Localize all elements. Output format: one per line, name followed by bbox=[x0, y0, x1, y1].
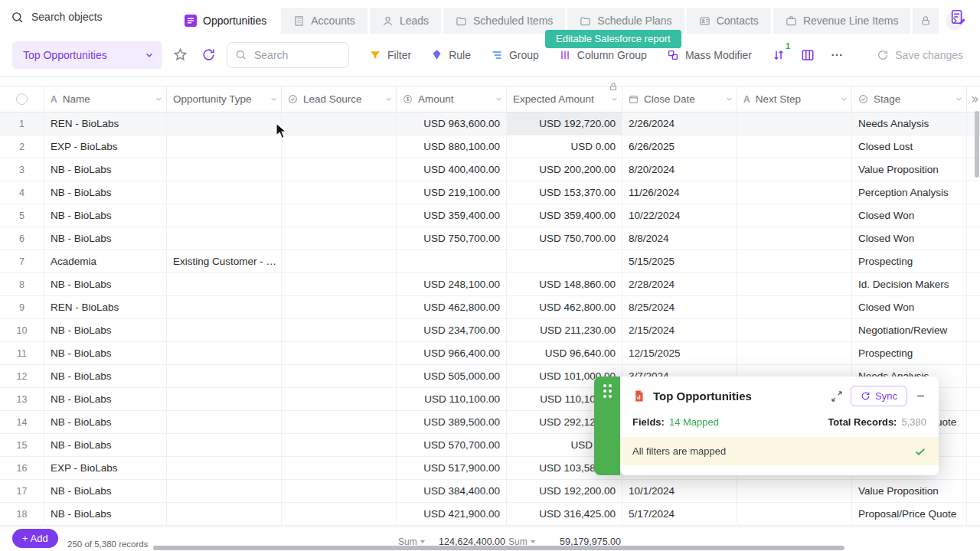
cell-expected-amount[interactable]: USD 316,425.00 bbox=[507, 503, 622, 525]
column-menu-icon[interactable] bbox=[270, 95, 278, 103]
cell-opportunity-type[interactable] bbox=[167, 204, 282, 227]
cell-opportunity-type[interactable] bbox=[167, 273, 282, 295]
cell-close-date[interactable]: 8/8/2024 bbox=[622, 227, 737, 249]
cell-opportunity-type[interactable] bbox=[167, 411, 282, 433]
cell-stage[interactable]: Closed Won bbox=[852, 227, 967, 249]
cell-name[interactable]: EXP - BioLabs bbox=[44, 135, 167, 158]
cell-name[interactable]: NB - BioLabs bbox=[44, 388, 167, 410]
grid-search-input[interactable] bbox=[253, 48, 341, 62]
column-header-opportunity-type[interactable]: Opportunity Type bbox=[167, 86, 282, 112]
cell-close-date[interactable]: 5/15/2025 bbox=[622, 250, 737, 272]
column-header-stage[interactable]: Stage bbox=[852, 86, 967, 112]
column-menu-icon[interactable] bbox=[840, 95, 848, 103]
minimize-panel-button[interactable] bbox=[915, 390, 926, 402]
select-all-header[interactable] bbox=[0, 86, 44, 112]
cell-expected-amount[interactable] bbox=[507, 250, 622, 272]
cell-stage[interactable]: Prospecting bbox=[852, 342, 967, 364]
cell-opportunity-type[interactable] bbox=[167, 112, 282, 135]
cell-next-step[interactable] bbox=[737, 503, 852, 525]
row-number[interactable]: 16 bbox=[0, 457, 44, 479]
cell-amount[interactable]: USD 234,700.00 bbox=[397, 319, 507, 341]
cell-expected-amount[interactable]: USD 148,860.00 bbox=[507, 273, 622, 295]
cell-expected-amount[interactable]: USD 359,400.00 bbox=[507, 204, 622, 227]
cell-stage[interactable]: Value Proposition bbox=[852, 480, 967, 502]
cell-name[interactable]: NB - BioLabs bbox=[44, 273, 167, 295]
cell-amount[interactable]: USD 880,100.00 bbox=[397, 135, 507, 158]
cell-name[interactable]: NB - BioLabs bbox=[44, 181, 167, 204]
cell-amount[interactable]: USD 384,400.00 bbox=[397, 480, 507, 502]
row-number[interactable]: 1 bbox=[0, 112, 44, 135]
cell-opportunity-type[interactable]: Existing Customer - … bbox=[167, 250, 282, 272]
cell-name[interactable]: NB - BioLabs bbox=[44, 411, 167, 433]
cell-close-date[interactable]: 10/22/2024 bbox=[622, 204, 737, 227]
cell-amount[interactable]: USD 389,500.00 bbox=[397, 411, 507, 433]
cell-amount[interactable]: USD 505,000.00 bbox=[397, 365, 507, 387]
more-options-button[interactable] bbox=[830, 48, 844, 62]
cell-next-step[interactable] bbox=[737, 319, 852, 341]
cell-lead-source[interactable] bbox=[282, 181, 397, 204]
cell-expected-amount[interactable]: USD 750,700.00 bbox=[507, 227, 622, 249]
group-button[interactable]: Group bbox=[491, 49, 539, 61]
cell-lead-source[interactable] bbox=[282, 112, 397, 135]
cell-close-date[interactable]: 2/15/2024 bbox=[622, 319, 737, 341]
cell-amount[interactable]: USD 248,100.00 bbox=[397, 273, 507, 295]
cell-expected-amount[interactable]: USD 0.00 bbox=[507, 135, 622, 158]
cell-amount[interactable]: USD 359,400.00 bbox=[397, 204, 507, 227]
cell-lead-source[interactable] bbox=[282, 342, 397, 364]
cell-next-step[interactable] bbox=[737, 273, 852, 295]
cell-opportunity-type[interactable] bbox=[167, 158, 282, 181]
cell-opportunity-type[interactable] bbox=[167, 434, 282, 456]
cell-lead-source[interactable] bbox=[282, 457, 397, 479]
row-number[interactable]: 10 bbox=[0, 319, 44, 341]
cell-name[interactable]: EXP - BioLabs bbox=[44, 457, 167, 479]
column-header-lead-source[interactable]: Lead Source bbox=[282, 86, 397, 112]
cell-opportunity-type[interactable] bbox=[167, 135, 282, 158]
cell-lead-source[interactable] bbox=[282, 388, 397, 410]
cell-opportunity-type[interactable] bbox=[167, 503, 282, 525]
vertical-scrollbar[interactable] bbox=[975, 111, 979, 178]
cell-expected-amount[interactable]: USD 192,200.00 bbox=[507, 480, 622, 502]
column-menu-icon[interactable] bbox=[955, 95, 963, 103]
column-menu-icon[interactable] bbox=[725, 95, 733, 103]
cell-amount[interactable] bbox=[397, 250, 507, 272]
column-group-button[interactable]: Column Group bbox=[559, 49, 647, 61]
cell-name[interactable]: NB - BioLabs bbox=[44, 227, 167, 249]
row-number[interactable]: 14 bbox=[0, 411, 44, 433]
cell-close-date[interactable]: 10/1/2024 bbox=[622, 480, 737, 502]
cell-amount[interactable]: USD 517,900.00 bbox=[397, 457, 507, 479]
cell-expected-amount[interactable]: USD 462,800.00 bbox=[507, 296, 622, 318]
column-overflow-header[interactable] bbox=[967, 86, 980, 112]
column-header-next-step[interactable]: A Next Step bbox=[737, 86, 852, 112]
cell-stage[interactable]: Needs Analysis bbox=[852, 112, 967, 135]
tab-accounts[interactable]: Accounts bbox=[281, 8, 368, 34]
cell-amount[interactable]: USD 110,100.00 bbox=[397, 388, 507, 410]
view-selector-dropdown[interactable]: Top Opportunities bbox=[12, 41, 162, 69]
cell-lead-source[interactable] bbox=[282, 204, 397, 227]
cell-lead-source[interactable] bbox=[282, 503, 397, 525]
cell-next-step[interactable] bbox=[737, 204, 852, 227]
row-number[interactable]: 18 bbox=[0, 503, 44, 525]
cell-amount[interactable]: USD 400,400.00 bbox=[397, 158, 507, 181]
row-number[interactable]: 3 bbox=[0, 158, 44, 181]
row-number[interactable]: 9 bbox=[0, 296, 44, 318]
tab-opportunities[interactable]: Opportunities bbox=[172, 8, 279, 34]
cell-next-step[interactable] bbox=[737, 296, 852, 318]
column-header-close-date[interactable]: Close Date bbox=[622, 86, 737, 112]
cell-name[interactable]: REN - BioLabs bbox=[44, 112, 167, 135]
cell-amount[interactable]: USD 219,100.00 bbox=[397, 181, 507, 204]
column-header-expected-amount[interactable]: Expected Amount bbox=[507, 86, 622, 112]
add-record-button[interactable]: + Add bbox=[12, 529, 58, 548]
mass-modifier-button[interactable]: Mass Modifier bbox=[667, 49, 752, 61]
cell-expected-amount[interactable]: USD 153,370.00 bbox=[507, 181, 622, 204]
row-number[interactable]: 13 bbox=[0, 388, 44, 410]
cell-next-step[interactable] bbox=[737, 227, 852, 249]
row-number[interactable]: 15 bbox=[0, 434, 44, 456]
column-menu-icon[interactable] bbox=[155, 95, 163, 103]
row-number[interactable]: 5 bbox=[0, 204, 44, 227]
cell-opportunity-type[interactable] bbox=[167, 342, 282, 364]
cell-lead-source[interactable] bbox=[282, 434, 397, 456]
expand-panel-button[interactable] bbox=[831, 390, 843, 403]
rule-button[interactable]: Rule bbox=[431, 49, 471, 61]
refresh-view-button[interactable] bbox=[201, 47, 216, 62]
cell-next-step[interactable] bbox=[737, 480, 852, 502]
